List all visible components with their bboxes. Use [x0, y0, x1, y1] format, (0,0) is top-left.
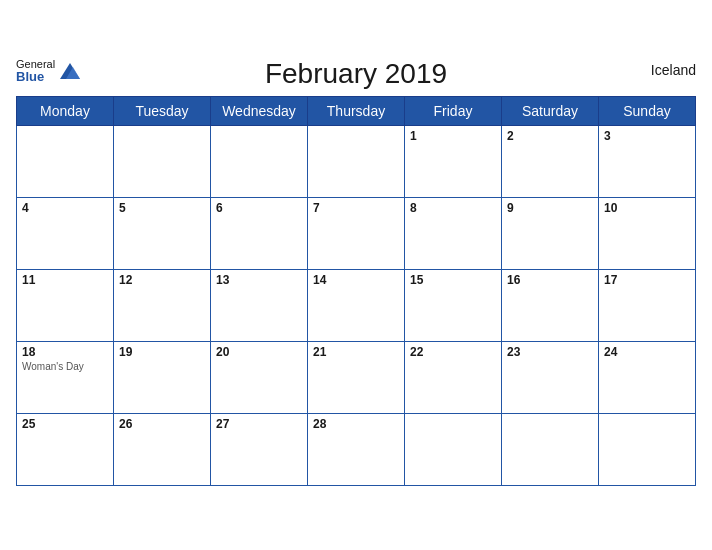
calendar-row-0: 123 [17, 126, 696, 198]
calendar-cell-2-4: 15 [405, 270, 502, 342]
day-number: 3 [604, 129, 690, 143]
calendar-cell-4-6 [599, 414, 696, 486]
weekday-wednesday: Wednesday [211, 97, 308, 126]
day-number: 14 [313, 273, 399, 287]
calendar-cell-2-6: 17 [599, 270, 696, 342]
day-number: 9 [507, 201, 593, 215]
calendar-cell-3-0: 18Woman's Day [17, 342, 114, 414]
calendar-cell-4-1: 26 [114, 414, 211, 486]
calendar-cell-3-6: 24 [599, 342, 696, 414]
calendar-cell-3-4: 22 [405, 342, 502, 414]
day-number: 23 [507, 345, 593, 359]
calendar-cell-2-3: 14 [308, 270, 405, 342]
calendar-cell-1-2: 6 [211, 198, 308, 270]
calendar-row-4: 25262728 [17, 414, 696, 486]
logo-icon [58, 59, 82, 83]
calendar-cell-2-0: 11 [17, 270, 114, 342]
day-number: 4 [22, 201, 108, 215]
day-number: 22 [410, 345, 496, 359]
calendar-cell-1-1: 5 [114, 198, 211, 270]
day-number: 2 [507, 129, 593, 143]
calendar-cell-2-1: 12 [114, 270, 211, 342]
calendar-cell-0-2 [211, 126, 308, 198]
day-number: 16 [507, 273, 593, 287]
calendar-cell-3-1: 19 [114, 342, 211, 414]
weekday-header-row: Monday Tuesday Wednesday Thursday Friday… [17, 97, 696, 126]
calendar-cell-2-2: 13 [211, 270, 308, 342]
calendar-title: February 2019 [265, 58, 447, 90]
calendar-cell-1-3: 7 [308, 198, 405, 270]
weekday-sunday: Sunday [599, 97, 696, 126]
calendar-cell-0-1 [114, 126, 211, 198]
day-number: 6 [216, 201, 302, 215]
weekday-thursday: Thursday [308, 97, 405, 126]
calendar-row-1: 45678910 [17, 198, 696, 270]
weekday-friday: Friday [405, 97, 502, 126]
calendar-cell-1-5: 9 [502, 198, 599, 270]
logo-text: General Blue [16, 58, 55, 84]
calendar-cell-3-3: 21 [308, 342, 405, 414]
calendar-table: Monday Tuesday Wednesday Thursday Friday… [16, 96, 696, 486]
day-number: 12 [119, 273, 205, 287]
day-number: 20 [216, 345, 302, 359]
logo-area: General Blue [16, 58, 82, 84]
day-number: 19 [119, 345, 205, 359]
calendar-cell-2-5: 16 [502, 270, 599, 342]
weekday-monday: Monday [17, 97, 114, 126]
calendar-cell-4-2: 27 [211, 414, 308, 486]
calendar-cell-0-0 [17, 126, 114, 198]
calendar-cell-0-3 [308, 126, 405, 198]
calendar-cell-0-4: 1 [405, 126, 502, 198]
calendar-body: 123456789101112131415161718Woman's Day19… [17, 126, 696, 486]
day-number: 5 [119, 201, 205, 215]
day-number: 28 [313, 417, 399, 431]
weekday-saturday: Saturday [502, 97, 599, 126]
calendar-header: General Blue February 2019 Iceland [16, 58, 696, 90]
calendar-wrapper: General Blue February 2019 Iceland Monda… [0, 48, 712, 502]
calendar-cell-0-5: 2 [502, 126, 599, 198]
calendar-row-2: 11121314151617 [17, 270, 696, 342]
day-number: 27 [216, 417, 302, 431]
day-number: 25 [22, 417, 108, 431]
country-label: Iceland [651, 62, 696, 78]
day-number: 11 [22, 273, 108, 287]
day-number: 24 [604, 345, 690, 359]
logo-blue: Blue [16, 70, 55, 84]
day-number: 26 [119, 417, 205, 431]
day-number: 21 [313, 345, 399, 359]
day-number: 17 [604, 273, 690, 287]
calendar-cell-3-5: 23 [502, 342, 599, 414]
calendar-cell-1-0: 4 [17, 198, 114, 270]
calendar-cell-3-2: 20 [211, 342, 308, 414]
calendar-cell-0-6: 3 [599, 126, 696, 198]
calendar-cell-4-5 [502, 414, 599, 486]
calendar-cell-1-6: 10 [599, 198, 696, 270]
calendar-row-3: 18Woman's Day192021222324 [17, 342, 696, 414]
calendar-cell-4-3: 28 [308, 414, 405, 486]
calendar-cell-4-0: 25 [17, 414, 114, 486]
calendar-cell-4-4 [405, 414, 502, 486]
day-number: 8 [410, 201, 496, 215]
day-number: 18 [22, 345, 108, 359]
day-number: 10 [604, 201, 690, 215]
day-number: 7 [313, 201, 399, 215]
day-number: 13 [216, 273, 302, 287]
calendar-cell-1-4: 8 [405, 198, 502, 270]
day-number: 1 [410, 129, 496, 143]
day-number: 15 [410, 273, 496, 287]
holiday-label: Woman's Day [22, 361, 108, 372]
weekday-tuesday: Tuesday [114, 97, 211, 126]
